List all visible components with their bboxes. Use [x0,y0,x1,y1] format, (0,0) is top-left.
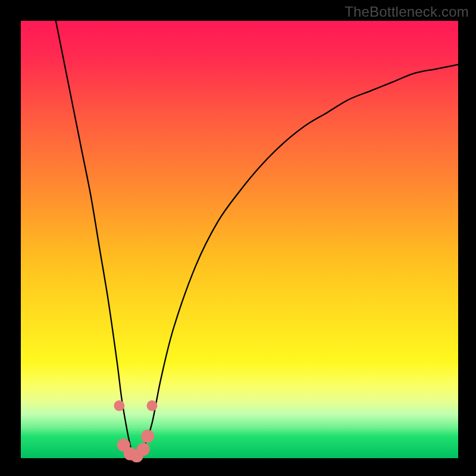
curve-svg [21,21,458,458]
bottleneck-curve [56,21,458,459]
curve-marker [137,443,150,456]
curve-marker [141,430,154,443]
curve-marker [114,400,124,411]
chart-frame: TheBottleneck.com [0,0,476,476]
curve-marker [147,400,158,411]
plot-area [21,21,458,458]
watermark-text: TheBottleneck.com [345,4,469,20]
marker-group [114,400,157,463]
